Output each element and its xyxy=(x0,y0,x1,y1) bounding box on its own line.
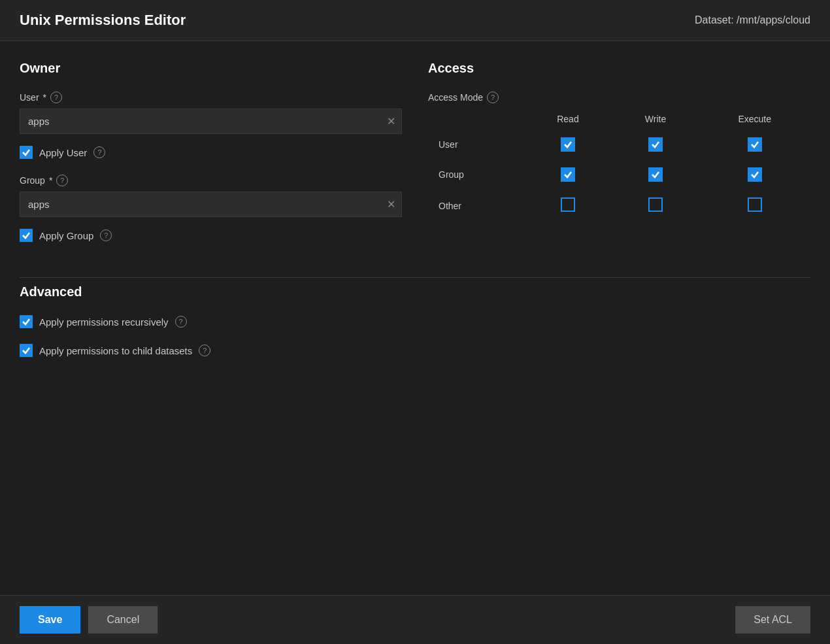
check-icon xyxy=(651,140,660,149)
access-other-write-checkbox[interactable] xyxy=(648,197,663,212)
user-help-icon[interactable]: ? xyxy=(50,92,62,103)
group-help-icon[interactable]: ? xyxy=(56,175,68,186)
dataset-path: /mnt/apps/cloud xyxy=(737,14,810,25)
apply-user-help-icon[interactable]: ? xyxy=(93,146,105,158)
access-col-read: Read xyxy=(523,109,612,129)
page-header: Unix Permissions Editor Dataset: /mnt/ap… xyxy=(0,0,830,41)
user-required-marker: * xyxy=(43,92,46,103)
footer: Save Cancel Set ACL xyxy=(0,595,830,644)
access-mode-help-icon[interactable]: ? xyxy=(487,92,499,103)
apply-group-label: Apply Group xyxy=(39,230,93,241)
access-table-header-row: Read Write Execute xyxy=(428,109,810,129)
save-button[interactable]: Save xyxy=(20,606,80,634)
access-row-user: User xyxy=(428,129,810,160)
access-col-entity xyxy=(428,109,523,129)
access-user-write-checkbox[interactable] xyxy=(648,137,663,152)
apply-group-checkbox[interactable] xyxy=(20,229,33,242)
group-input-wrapper: ✕ xyxy=(20,192,402,217)
apply-user-check-icon xyxy=(22,148,31,157)
advanced-section-title: Advanced xyxy=(20,284,810,299)
access-user-read-checkbox[interactable] xyxy=(561,137,575,152)
user-field-label: User * ? xyxy=(20,92,402,103)
apply-child-datasets-checkbox[interactable] xyxy=(20,344,33,357)
apply-group-help-icon[interactable]: ? xyxy=(100,229,112,241)
access-row-label-other: Other xyxy=(428,190,523,222)
main-content: Owner User * ? ✕ Apply User ? Group * ? xyxy=(0,41,830,258)
apply-child-datasets-label: Apply permissions to child datasets xyxy=(39,345,192,356)
access-user-execute-checkbox[interactable] xyxy=(748,137,762,152)
group-clear-icon[interactable]: ✕ xyxy=(387,199,395,210)
access-group-write-checkbox[interactable] xyxy=(648,167,663,182)
page-title: Unix Permissions Editor xyxy=(20,12,186,29)
user-clear-icon[interactable]: ✕ xyxy=(387,116,395,127)
dataset-label: Dataset: xyxy=(695,14,734,25)
user-input-wrapper: ✕ xyxy=(20,109,402,134)
apply-recursively-row: Apply permissions recursively ? xyxy=(20,315,810,328)
user-label-text: User xyxy=(20,92,39,103)
owner-panel: Owner User * ? ✕ Apply User ? Group * ? xyxy=(20,61,402,258)
advanced-section: Advanced Apply permissions recursively ?… xyxy=(0,278,830,386)
access-table: Read Write Execute UserGroupOther xyxy=(428,109,810,222)
access-row-other: Other xyxy=(428,190,810,222)
access-panel: Access Access Mode ? Read Write Execute … xyxy=(428,61,810,258)
apply-user-label: Apply User xyxy=(39,147,87,158)
access-col-write: Write xyxy=(612,109,699,129)
apply-child-datasets-row: Apply permissions to child datasets ? xyxy=(20,344,810,357)
group-label-text: Group xyxy=(20,175,45,186)
apply-user-checkbox[interactable] xyxy=(20,146,33,159)
access-row-label-user: User xyxy=(428,129,523,160)
access-other-read-checkbox[interactable] xyxy=(561,197,575,212)
access-mode-label-row: Access Mode ? xyxy=(428,92,810,103)
owner-section-title: Owner xyxy=(20,61,402,76)
apply-user-row: Apply User ? xyxy=(20,146,402,159)
apply-group-row: Apply Group ? xyxy=(20,229,402,242)
access-mode-label-text: Access Mode xyxy=(428,92,483,103)
check-icon xyxy=(651,170,660,179)
group-input[interactable] xyxy=(20,192,402,217)
check-icon xyxy=(750,170,759,179)
apply-recursively-label: Apply permissions recursively xyxy=(39,316,169,328)
access-group-execute-checkbox[interactable] xyxy=(748,167,762,182)
access-other-execute-checkbox[interactable] xyxy=(748,197,762,212)
apply-child-datasets-help-icon[interactable]: ? xyxy=(199,345,210,356)
access-group-read-checkbox[interactable] xyxy=(561,167,575,182)
check-icon xyxy=(750,140,759,149)
set-acl-button[interactable]: Set ACL xyxy=(735,606,810,634)
group-required-marker: * xyxy=(49,175,52,186)
apply-recursively-help-icon[interactable]: ? xyxy=(175,316,187,328)
access-row-group: Group xyxy=(428,160,810,190)
apply-group-check-icon xyxy=(22,231,31,240)
access-col-execute: Execute xyxy=(699,109,810,129)
access-row-label-group: Group xyxy=(428,160,523,190)
check-icon xyxy=(563,140,573,149)
access-section-title: Access xyxy=(428,61,810,76)
apply-recursively-check-icon xyxy=(22,317,31,326)
dataset-info: Dataset: /mnt/apps/cloud xyxy=(695,14,810,26)
check-icon xyxy=(563,170,573,179)
apply-recursively-checkbox[interactable] xyxy=(20,315,33,328)
group-field-label: Group * ? xyxy=(20,175,402,186)
user-input[interactable] xyxy=(20,109,402,134)
apply-child-datasets-check-icon xyxy=(22,346,31,355)
cancel-button[interactable]: Cancel xyxy=(88,606,158,634)
